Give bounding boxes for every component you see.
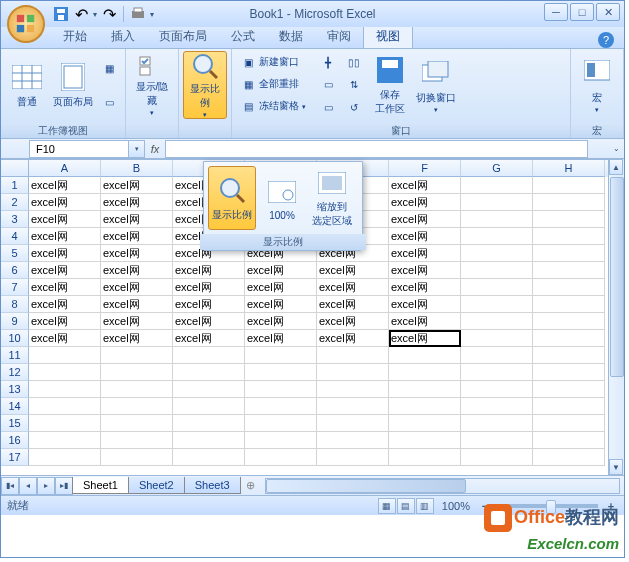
page-layout-button[interactable]: 页面布局 [51,51,95,119]
sheet-nav-next[interactable]: ▸ [37,477,55,495]
cell[interactable] [29,381,101,398]
row-header[interactable]: 14 [1,398,29,415]
cell[interactable] [533,313,605,330]
row-header[interactable]: 1 [1,177,29,194]
cell[interactable] [461,228,533,245]
cell[interactable]: excel网 [29,296,101,313]
cell[interactable] [461,177,533,194]
cell[interactable] [533,228,605,245]
cell[interactable] [461,381,533,398]
cell[interactable]: excel网 [173,313,245,330]
cell[interactable] [389,347,461,364]
cell[interactable]: excel网 [29,330,101,347]
cell[interactable]: excel网 [101,330,173,347]
cell[interactable] [101,449,173,466]
cell[interactable] [533,347,605,364]
new-window-button[interactable]: ▣新建窗口 [236,51,310,73]
cell[interactable] [101,432,173,449]
cell[interactable]: excel网 [101,313,173,330]
cell[interactable]: excel网 [29,228,101,245]
tab-insert[interactable]: 插入 [99,25,147,48]
cell[interactable] [317,415,389,432]
vertical-scrollbar[interactable]: ▲ ▼ [608,159,624,475]
tab-view[interactable]: 视图 [363,24,413,48]
cell[interactable] [533,415,605,432]
row-header[interactable]: 10 [1,330,29,347]
hide-button[interactable]: ▭ [316,74,340,96]
save-workspace-button[interactable]: 保存 工作区 [368,51,412,119]
cell[interactable]: excel网 [389,313,461,330]
sync-scroll-button[interactable]: ⇅ [342,74,366,96]
cell[interactable]: excel网 [29,313,101,330]
row-header[interactable]: 3 [1,211,29,228]
undo-icon[interactable]: ↶ [73,6,89,22]
cell[interactable] [461,398,533,415]
cell[interactable] [533,330,605,347]
cell[interactable]: excel网 [29,211,101,228]
custom-views-button[interactable]: ▦ [97,57,121,79]
cell[interactable] [533,245,605,262]
tab-home[interactable]: 开始 [51,25,99,48]
cell[interactable]: excel网 [29,194,101,211]
zoom-percent[interactable]: 100% [442,500,470,512]
save-icon[interactable] [53,6,69,22]
cell[interactable] [461,313,533,330]
cell[interactable] [29,449,101,466]
arrange-all-button[interactable]: ▦全部重排 [236,73,310,95]
cell[interactable] [389,364,461,381]
row-header[interactable]: 5 [1,245,29,262]
cell[interactable]: excel网 [29,279,101,296]
cell[interactable] [173,347,245,364]
name-box-dropdown[interactable]: ▾ [129,140,145,158]
cell[interactable] [389,415,461,432]
cell[interactable] [29,432,101,449]
switch-windows-button[interactable]: 切换窗口 ▾ [414,51,458,119]
maximize-button[interactable]: □ [570,3,594,21]
row-header[interactable]: 6 [1,262,29,279]
cell[interactable] [389,449,461,466]
cell[interactable] [461,279,533,296]
full-screen-button[interactable]: ▭ [97,91,121,113]
cell[interactable] [461,347,533,364]
split-button[interactable]: ╋ [316,51,340,73]
sheet-tab-2[interactable]: Sheet2 [128,477,185,494]
row-header[interactable]: 16 [1,432,29,449]
cell[interactable] [533,211,605,228]
cell[interactable]: excel网 [173,296,245,313]
cell[interactable]: excel网 [389,177,461,194]
cell[interactable] [245,398,317,415]
minimize-button[interactable]: ─ [544,3,568,21]
cell[interactable]: excel网 [389,194,461,211]
cell[interactable] [461,194,533,211]
cell[interactable] [173,364,245,381]
cell[interactable]: excel网 [101,211,173,228]
cell[interactable]: excel网 [245,262,317,279]
cell[interactable]: excel网 [389,245,461,262]
cell[interactable] [29,415,101,432]
cell[interactable] [245,415,317,432]
row-header[interactable]: 7 [1,279,29,296]
cell[interactable]: excel网 [317,279,389,296]
normal-view-button[interactable]: 普通 [5,51,49,119]
scroll-up-icon[interactable]: ▲ [609,159,623,175]
unhide-button[interactable]: ▭ [316,97,340,119]
cell[interactable]: excel网 [245,313,317,330]
row-header[interactable]: 9 [1,313,29,330]
qat-customize-icon[interactable]: ▾ [150,10,154,19]
cell[interactable]: excel网 [101,177,173,194]
cell[interactable]: excel网 [389,228,461,245]
cell[interactable] [389,381,461,398]
row-header[interactable]: 12 [1,364,29,381]
cell[interactable]: excel网 [29,245,101,262]
cell[interactable]: excel网 [317,330,389,347]
cell[interactable]: excel网 [245,279,317,296]
view-pagebreak-icon[interactable]: ▥ [416,498,434,514]
sheet-nav-prev[interactable]: ◂ [19,477,37,495]
close-button[interactable]: ✕ [596,3,620,21]
cell[interactable] [461,262,533,279]
cell[interactable] [101,398,173,415]
select-all-corner[interactable] [1,160,29,177]
cell[interactable] [461,296,533,313]
formula-bar-expand[interactable]: ⌄ [608,144,624,153]
cell[interactable] [533,381,605,398]
